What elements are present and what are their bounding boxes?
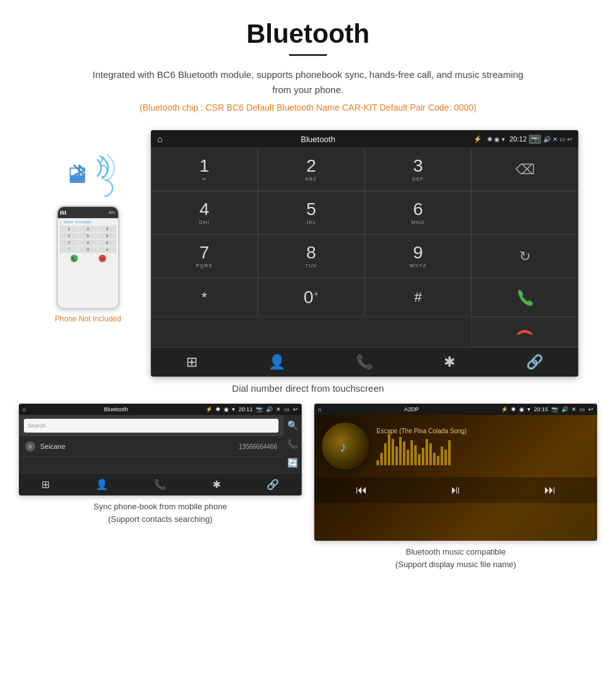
pb-nav-link[interactable]: 🔗 (267, 479, 279, 490)
phone-key-2: 2 (79, 226, 97, 232)
viz-bar (410, 440, 413, 465)
dial-key-3[interactable]: 3 DEF (365, 148, 471, 191)
phone-illustration: ▌▌▌ MY+ + Search to Contacts 1 2 3 4 5 (50, 206, 126, 309)
expand-icon[interactable]: ▭ (559, 136, 565, 143)
dial-key-star[interactable]: * (151, 278, 258, 317)
viz-bar (399, 437, 402, 465)
music-controls: ⏮ ⏯ ⏭ (314, 477, 597, 503)
pb-nav-contacts[interactable]: 👤 (96, 479, 108, 490)
phone-add-contacts: + Search to Contacts (60, 220, 116, 224)
bluetooth-icon (69, 160, 89, 185)
main-caption: Dial number direct from touchscreen (0, 383, 616, 394)
phone-key-6: 6 (98, 233, 116, 239)
dialpad-screen-title: Bluetooth (167, 135, 468, 144)
pb-home-icon[interactable]: ⌂ (23, 406, 26, 412)
ms-expand-icon: ▭ (580, 406, 585, 412)
viz-bar (414, 445, 417, 465)
pb-nav-grid[interactable]: ⊞ (41, 479, 50, 490)
back-icon[interactable]: ↩ (567, 136, 572, 143)
viz-bar (444, 450, 447, 465)
search-placeholder: Search (28, 423, 46, 429)
viz-bar (426, 439, 428, 465)
ms-vol-icon: 🔊 (561, 406, 568, 412)
dial-key-9[interactable]: 9 WXYZ (365, 235, 471, 278)
pb-time: 20:11 (238, 406, 253, 412)
phonebook-bottom-nav: ⊞ 👤 📞 ✱ 🔗 (19, 473, 302, 495)
nav-grid-icon[interactable]: ⊞ (186, 354, 197, 370)
dial-key-5[interactable]: 5 JKL (258, 191, 365, 235)
call-icon[interactable]: 📞 (287, 439, 298, 449)
album-art: ♪ (322, 423, 369, 470)
phone-contacts-label: to Contacts (75, 220, 91, 224)
call-button-green[interactable] (471, 278, 578, 317)
redial-cell[interactable]: ↻ (471, 235, 578, 278)
camera-icon[interactable]: 📷 (529, 135, 541, 144)
dial-key-4[interactable]: 4 GHI (151, 191, 258, 235)
search-icon[interactable]: 🔍 (287, 420, 298, 430)
next-track-icon[interactable]: ⏭ (544, 484, 556, 497)
viz-bar (377, 460, 379, 465)
dial-key-8[interactable]: 8 TUV (258, 235, 365, 278)
phone-key-8: 8 (79, 240, 97, 246)
phonebook-status-bar: ⌂ Bluetooth ⚡ ✱ ◉ ▾ 20:11 📷 🔊 ✕ ▭ ↩ (19, 404, 302, 415)
phonebook-right-icons: 🔍 📞 🔄 (283, 415, 302, 473)
prev-track-icon[interactable]: ⏮ (356, 484, 367, 497)
car-screen-dialpad: ⌂ Bluetooth ⚡ ✱ ◉ ▾ 20:12 📷 🔊 ✕ ▭ ↩ 1 ∞ (151, 130, 578, 377)
dial-key-7[interactable]: 7 PQRS (151, 235, 258, 278)
nav-phone-icon[interactable]: 📞 (356, 354, 373, 370)
title-underline (289, 54, 327, 56)
pb-nav-bt[interactable]: ✱ (212, 479, 221, 490)
music-visualizer (377, 437, 590, 465)
phone-call-green-icon (515, 287, 535, 307)
sync-icon[interactable]: 🔄 (287, 458, 298, 468)
phone-key-5: 5 (79, 233, 97, 239)
volume-icon[interactable]: 🔊 (543, 136, 551, 143)
dial-key-2[interactable]: 2 ABC (258, 148, 365, 191)
phone-bottom-buttons: 📞 📵 (60, 255, 116, 262)
home-icon[interactable]: ⌂ (157, 134, 162, 144)
phone-keypad: 1 2 3 4 5 6 7 8 9 * 0 # (60, 226, 116, 253)
viz-bar (407, 450, 409, 465)
music-panel: ⌂ A2DP ⚡ ✱ ◉ ▾ 20:15 📷 🔊 ✕ ▭ ↩ ♪ (314, 404, 597, 570)
page-header: Bluetooth Integrated with BC6 Bluetooth … (0, 0, 616, 130)
call-button-red[interactable] (471, 317, 578, 347)
close-icon[interactable]: ✕ (553, 136, 558, 143)
pb-title: Bluetooth (29, 406, 202, 412)
ms-home-icon[interactable]: ⌂ (318, 406, 321, 412)
phone-key-3: 3 (98, 226, 116, 232)
phone-key-star: * (60, 246, 78, 253)
viz-bar (395, 446, 398, 465)
empty-cell-1 (471, 191, 578, 235)
dial-key-0[interactable]: 0+ (258, 278, 365, 317)
nav-link-icon[interactable]: 🔗 (526, 354, 543, 370)
nav-contacts-icon[interactable]: 👤 (268, 354, 285, 370)
svg-text:♪: ♪ (339, 438, 347, 455)
contact-row-seicane[interactable]: S Seicane 13566664466 (19, 436, 283, 457)
wifi-icon: ▾ (502, 136, 505, 143)
music-note-icon: ♪ (336, 437, 355, 456)
phone-key-0: 0 (79, 246, 97, 253)
bluetooth-signal-area: ⬓ (63, 149, 113, 199)
dial-key-1[interactable]: 1 ∞ (151, 148, 258, 191)
dial-key-hash[interactable]: # (365, 278, 471, 317)
phonebook-main-content: Search S Seicane 13566664466 🔍 📞 🔄 (19, 415, 302, 473)
phone-side: ⬓ ▌▌▌ MY+ (38, 130, 138, 323)
pb-nav-phone[interactable]: 📞 (154, 479, 167, 490)
nav-bluetooth-icon[interactable]: ✱ (444, 354, 455, 370)
backspace-button[interactable]: ⌫ (471, 148, 578, 191)
phone-key-hash: # (98, 246, 116, 253)
pb-cam-icon: 📷 (256, 406, 263, 412)
play-pause-icon[interactable]: ⏯ (450, 484, 461, 497)
ms-close-icon: ✕ (571, 406, 576, 412)
dialpad-grid: 1 ∞ 2 ABC 3 DEF ⌫ 4 GHI 5 JKL (151, 148, 578, 347)
pb-bt-icon: ✱ (216, 406, 221, 412)
usb-icon: ⚡ (473, 135, 482, 143)
viz-bar (392, 439, 394, 465)
search-input[interactable]: Search (24, 419, 278, 433)
pb-close-icon: ✕ (276, 406, 281, 412)
contact-letter: S (25, 441, 35, 451)
pb-wifi-icon: ▾ (232, 406, 235, 412)
phone-key-1: 1 (60, 226, 78, 232)
pb-loc-icon: ◉ (224, 406, 229, 412)
dial-key-6[interactable]: 6 MNO (365, 191, 471, 235)
